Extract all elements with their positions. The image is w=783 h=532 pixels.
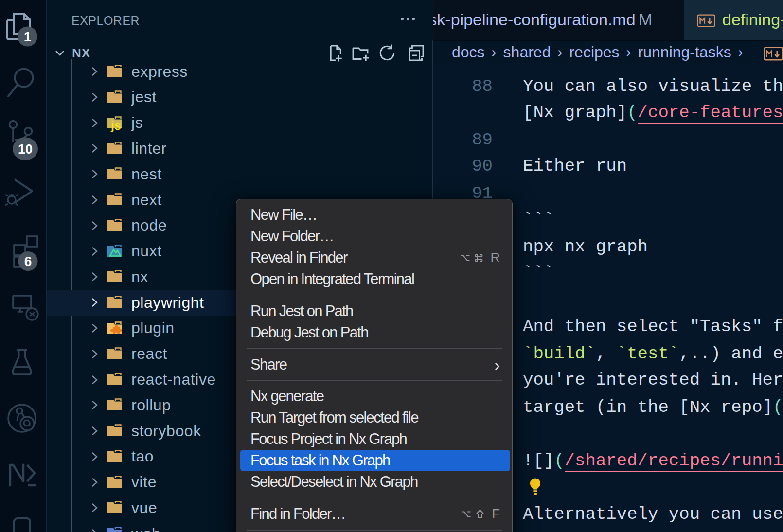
svg-text:10: 10 — [18, 142, 33, 157]
svg-text:6: 6 — [24, 254, 32, 269]
svg-text:1: 1 — [24, 29, 32, 44]
